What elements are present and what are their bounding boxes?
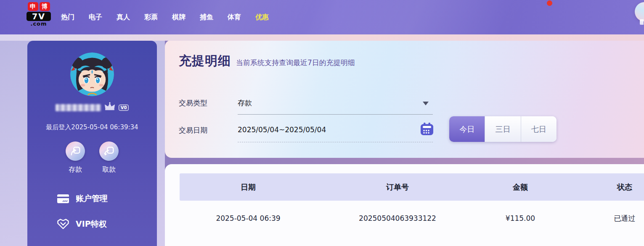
filter-panel: 充提明细 当前系统支持查询最近7日的充提明细 交易类型 存款 交易日期 2025… xyxy=(165,40,644,158)
vip-crown-icon xyxy=(103,102,116,111)
nav-item-sports[interactable]: 体育 xyxy=(228,13,241,22)
nav-item-promos[interactable]: 优惠 xyxy=(255,13,269,22)
deposit-icon xyxy=(66,141,85,161)
chevron-down-icon[interactable] xyxy=(423,102,429,105)
deposit-button[interactable]: 存款 xyxy=(66,141,85,174)
nav-item-cards[interactable]: 棋牌 xyxy=(172,13,186,22)
range-button-7days[interactable]: 七日 xyxy=(521,116,557,142)
date-field-underline xyxy=(238,142,433,142)
sidebar-username-censored xyxy=(56,104,101,111)
column-header-amount: 金额 xyxy=(478,173,562,201)
deposit-label: 存款 xyxy=(69,165,82,174)
logo-suffix-text: .com xyxy=(27,21,51,27)
withdraw-icon xyxy=(99,141,119,161)
vip-shield-icon xyxy=(57,218,69,230)
calendar-icon[interactable] xyxy=(420,122,434,136)
transaction-type-label: 交易类型 xyxy=(179,98,207,108)
logo-seal-right: 博 xyxy=(40,2,50,11)
transaction-type-value[interactable]: 存款 xyxy=(238,98,252,108)
nav-item-live[interactable]: 真人 xyxy=(117,13,130,22)
page-title: 充提明细 xyxy=(179,52,231,70)
sidebar-item-label: 账户管理 xyxy=(76,193,108,204)
column-header-status: 状态 xyxy=(562,173,644,201)
column-header-order-no: 订单号 xyxy=(317,173,478,201)
vip-level-badge[interactable]: V0 xyxy=(119,105,129,111)
table-header-row: 日期 订单号 金额 状态 xyxy=(180,173,644,201)
last-login-text: 最后登入2025-05-04 06:39:34 xyxy=(27,123,157,131)
main-content: 充提明细 当前系统支持查询最近7日的充提明细 交易类型 存款 交易日期 2025… xyxy=(165,40,644,246)
type-field-underline xyxy=(238,114,433,115)
page-subtitle: 当前系统支持查询最近7日的充提明细 xyxy=(236,58,355,68)
logo-seals: 申 博 xyxy=(27,2,51,11)
brand-logo[interactable]: 申 博 7V .com xyxy=(27,2,51,27)
transaction-date-value[interactable]: 2025/05/04~2025/05/04 xyxy=(238,126,326,134)
sidebar-avatar[interactable] xyxy=(70,52,114,96)
logo-seal-left: 申 xyxy=(28,2,38,11)
sidebar-item-label: VIP特权 xyxy=(76,219,107,230)
sidebar-item-account-management[interactable]: 账户管理 xyxy=(57,193,108,204)
sidebar-item-vip-privileges[interactable]: VIP特权 xyxy=(57,218,107,230)
title-row: 充提明细 当前系统支持查询最近7日的充提明细 xyxy=(179,52,355,70)
nav-item-slots[interactable]: 电子 xyxy=(89,13,102,22)
nav-item-hot[interactable]: 热门 xyxy=(61,13,74,22)
range-button-3days[interactable]: 三日 xyxy=(485,116,521,142)
table-row[interactable]: 2025-05-04 06:39 20250504063933122 ¥115.… xyxy=(180,201,644,236)
nav-item-lottery[interactable]: 彩票 xyxy=(144,13,158,22)
records-panel: 日期 订单号 金额 状态 2025-05-04 06:39 2025050406… xyxy=(165,164,644,246)
sidebar-username-row: V0 xyxy=(27,103,157,112)
withdraw-label: 取款 xyxy=(102,165,116,174)
notification-dot xyxy=(547,0,552,6)
main-nav: 热门 电子 真人 彩票 棋牌 捕鱼 体育 优惠 xyxy=(61,0,269,34)
floating-widget-label-fragment xyxy=(640,19,644,25)
quick-actions: 存款 取款 xyxy=(27,141,157,174)
range-button-today[interactable]: 今日 xyxy=(449,116,485,142)
cell-order-no: 20250504063933122 xyxy=(317,201,478,236)
profile-sidebar: V0 最后登入2025-05-04 06:39:34 存款 取款 账户管理 VI… xyxy=(27,41,157,246)
content-top-strip xyxy=(0,34,644,41)
nav-item-fishing[interactable]: 捕鱼 xyxy=(200,13,213,22)
logo-brand-text: 7V xyxy=(27,12,51,21)
transaction-date-label: 交易日期 xyxy=(179,126,207,135)
withdraw-button[interactable]: 取款 xyxy=(99,141,119,174)
cell-status: 已通过 xyxy=(562,201,644,236)
bank-card-icon xyxy=(57,194,69,204)
cell-amount: ¥115.00 xyxy=(478,201,562,236)
cell-date: 2025-05-04 06:39 xyxy=(180,201,317,236)
date-range-button-group: 今日 三日 七日 xyxy=(449,116,557,142)
column-header-date: 日期 xyxy=(180,173,317,201)
